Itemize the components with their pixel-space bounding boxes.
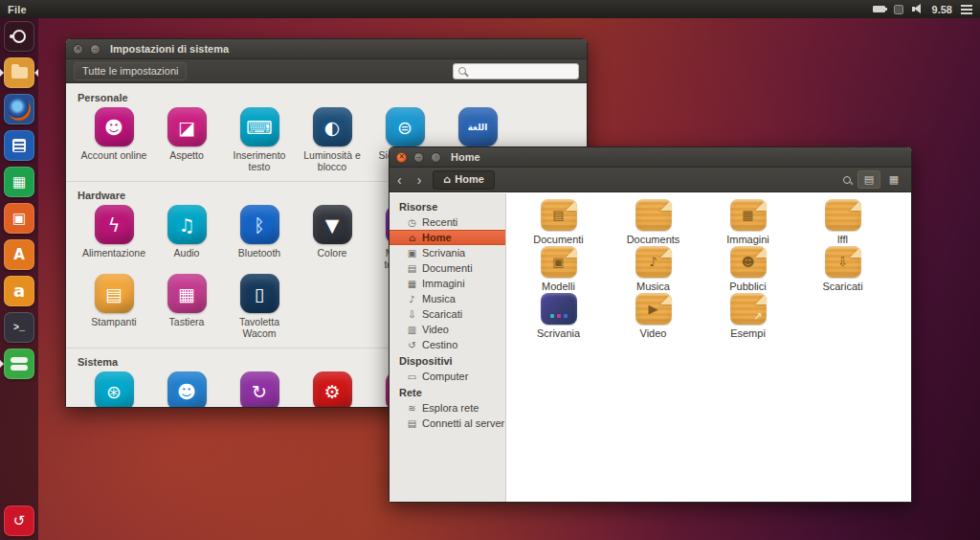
list-view-button[interactable]: ▤ bbox=[858, 170, 880, 189]
file-item-modelli[interactable]: ▣Modelli bbox=[511, 246, 606, 292]
launcher-item-dash-home[interactable] bbox=[4, 21, 34, 52]
launcher-item-libreoffice-calc[interactable]: ▦ bbox=[4, 167, 34, 197]
sidebar-item-label: Recenti bbox=[422, 216, 457, 228]
people-icon: ☻ bbox=[742, 256, 755, 268]
file-item-scaricati[interactable]: ⇩Scaricati bbox=[795, 246, 890, 292]
sidebar-item-computer[interactable]: ▭Computer bbox=[390, 369, 505, 384]
sidebar-item-label: Documenti bbox=[422, 262, 473, 274]
settings-tile[interactable]: ▯Tavoletta Wacom bbox=[223, 274, 296, 339]
sidebar-item-immagini[interactable]: ▦Immagini bbox=[390, 276, 505, 291]
sidebar-item-connetti-al-server[interactable]: ▤Connetti al server bbox=[390, 416, 505, 431]
image-icon: ▦ bbox=[407, 279, 417, 289]
file-item-esempi[interactable]: ↗Esempi bbox=[701, 293, 795, 339]
files-titlebar[interactable]: ✕ – ▫ Home bbox=[390, 147, 911, 168]
sidebar-item-documenti[interactable]: ▤Documenti bbox=[390, 260, 505, 276]
trash-icon: ↺ bbox=[407, 340, 417, 350]
launcher-item-firefox[interactable] bbox=[4, 94, 34, 124]
settings-tile-label: Audio bbox=[149, 247, 224, 259]
file-item-video[interactable]: ▶Video bbox=[606, 293, 701, 339]
breadcrumb-home-button[interactable]: ⌂ Home bbox=[433, 170, 494, 190]
sidebar-item-recenti[interactable]: ◷Recenti bbox=[390, 214, 505, 230]
sidebar-item-label: Home bbox=[422, 232, 452, 243]
settings-tile[interactable]: ◪Aspetto bbox=[150, 107, 223, 172]
settings-titlebar[interactable]: ✕ – Impostazioni di sistema bbox=[66, 39, 587, 59]
folder-icon: ▣ bbox=[541, 246, 577, 278]
sidebar-item-label: Esplora rete bbox=[422, 402, 479, 414]
settings-tile-label: Alimentazione bbox=[77, 247, 151, 259]
sidebar-item-cestino[interactable]: ↺Cestino bbox=[390, 337, 505, 352]
launcher-item-ubuntu-software[interactable]: A bbox=[4, 239, 34, 270]
settings-tile[interactable]: ⚙Dettagli bbox=[296, 371, 368, 407]
file-item-musica[interactable]: ♪Musica bbox=[606, 246, 701, 292]
file-label: Documenti bbox=[533, 234, 584, 245]
close-icon[interactable]: ✕ bbox=[73, 44, 83, 55]
sidebar-item-scaricati[interactable]: ⇩Scaricati bbox=[390, 306, 505, 322]
desktop-icon: ▣ bbox=[407, 248, 417, 259]
settings-tile[interactable]: ϟAlimentazione bbox=[78, 205, 150, 270]
settings-tile[interactable]: ⊛Accesso universale bbox=[78, 371, 150, 407]
all-settings-button[interactable]: Tutte le impostazioni bbox=[74, 62, 187, 80]
grid-view-button[interactable]: ▦ bbox=[882, 170, 905, 189]
launcher-item-system-settings[interactable] bbox=[4, 349, 34, 379]
file-item-documents[interactable]: Documents bbox=[606, 199, 701, 245]
user-icon: ☻ bbox=[167, 371, 207, 407]
back-button[interactable]: ‹ bbox=[390, 169, 410, 191]
settings-tile[interactable]: ☻Account utente bbox=[150, 371, 223, 407]
sidebar-item-video[interactable]: ▥Video bbox=[390, 322, 505, 337]
app-menu-file[interactable]: File bbox=[8, 4, 27, 15]
accessibility-icon: ⊛ bbox=[95, 371, 134, 407]
file-item-documenti[interactable]: ▤Documenti bbox=[511, 199, 606, 245]
settings-tile[interactable]: ▼Colore bbox=[296, 205, 368, 270]
user-icon: ☻ bbox=[95, 107, 134, 146]
minimize-icon[interactable]: – bbox=[90, 44, 100, 55]
firefox-icon bbox=[8, 98, 31, 121]
folder-icon bbox=[11, 67, 28, 79]
battery-icon[interactable] bbox=[873, 6, 885, 12]
settings-tile[interactable]: ☻Account online bbox=[78, 107, 150, 172]
search-button[interactable] bbox=[833, 170, 856, 189]
launcher-item-image-viewer[interactable]: ▣ bbox=[4, 203, 34, 234]
settings-tile[interactable]: ♫Audio bbox=[150, 205, 223, 270]
file-label: Modelli bbox=[542, 281, 575, 292]
launcher-item-trash[interactable]: ↺ bbox=[4, 506, 34, 536]
breadcrumb-label: Home bbox=[455, 173, 484, 185]
computer-icon: ▭ bbox=[407, 371, 417, 382]
file-item-immagini[interactable]: ▦Immagini bbox=[701, 199, 795, 245]
session-menu-icon[interactable] bbox=[961, 3, 972, 16]
sidebar-item-scrivania[interactable]: ▣Scrivania bbox=[390, 245, 505, 260]
document-icon: ▤ bbox=[552, 209, 564, 221]
settings-tile[interactable]: ᛒBluetooth bbox=[223, 205, 296, 270]
settings-tile[interactable]: ▤Stampanti bbox=[78, 274, 150, 339]
terminal-prompt-icon: >_ bbox=[13, 323, 25, 333]
sidebar-item-label: Video bbox=[422, 324, 449, 335]
view-controls: ▤ ▦ bbox=[833, 170, 905, 189]
keyboard-indicator-icon[interactable] bbox=[894, 5, 903, 14]
launcher-item-files[interactable] bbox=[4, 57, 34, 88]
launcher-item-amazon[interactable]: a bbox=[4, 276, 34, 306]
file-item-scrivania[interactable]: Scrivania bbox=[511, 293, 606, 339]
forward-button[interactable]: › bbox=[410, 169, 430, 191]
settings-tile[interactable]: ⌨Inserimento testo bbox=[223, 107, 296, 172]
launcher-item-terminal[interactable]: >_ bbox=[4, 312, 34, 343]
sidebar-item-esplora-rete[interactable]: ≋Esplora rete bbox=[390, 400, 505, 416]
sidebar-item-home[interactable]: ⌂Home bbox=[390, 230, 505, 245]
settings-search-input[interactable] bbox=[453, 63, 579, 79]
file-item-pubblici[interactable]: ☻Pubblici bbox=[701, 246, 795, 292]
minimize-icon[interactable]: – bbox=[413, 152, 424, 163]
sound-icon[interactable] bbox=[912, 4, 924, 14]
file-item-lffl[interactable]: lffl bbox=[795, 199, 890, 245]
clock[interactable]: 9.58 bbox=[932, 4, 952, 15]
running-indicator bbox=[0, 69, 4, 77]
unity-launcher: ▦▣Aa>_↺ bbox=[0, 18, 38, 540]
settings-tile[interactable]: ◐Luminosità e blocco bbox=[296, 107, 368, 172]
settings-tile-label: Inserimento testo bbox=[222, 149, 297, 172]
files-main-area[interactable]: ▤DocumentiDocuments▦Immaginilffl▣Modelli… bbox=[506, 193, 911, 502]
settings-tile[interactable]: ↻Backup bbox=[223, 371, 296, 407]
close-icon[interactable]: ✕ bbox=[396, 152, 407, 163]
maximize-icon[interactable]: ▫ bbox=[431, 152, 441, 163]
language-icon: اللغة bbox=[458, 107, 498, 146]
settings-tile[interactable]: ▦Tastiera bbox=[150, 274, 223, 339]
sidebar-item-musica[interactable]: ♪Musica bbox=[390, 291, 505, 306]
launcher-item-libreoffice-writer[interactable] bbox=[4, 130, 34, 161]
sidebar-section-title: Rete bbox=[390, 384, 505, 400]
